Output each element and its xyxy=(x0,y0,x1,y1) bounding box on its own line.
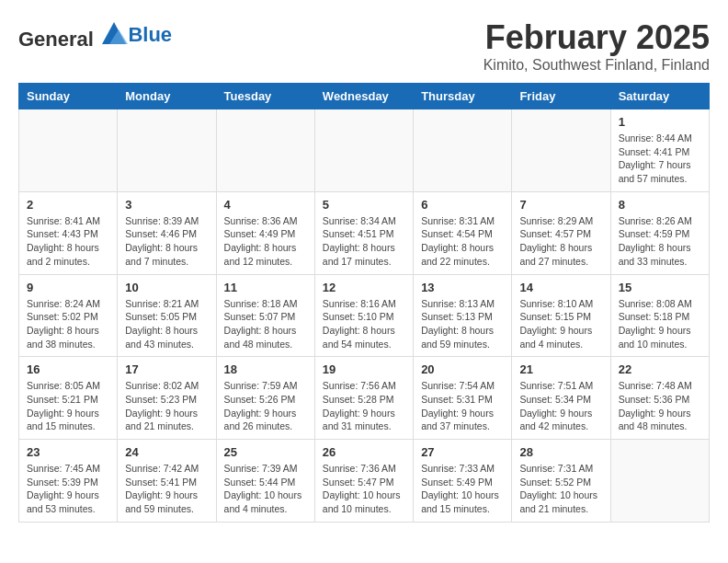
day-info: Sunrise: 7:36 AM Sunset: 5:47 PM Dayligh… xyxy=(323,462,405,516)
calendar-body: 1Sunrise: 8:44 AM Sunset: 4:41 PM Daylig… xyxy=(19,109,710,523)
calendar-cell xyxy=(610,440,709,523)
day-number: 4 xyxy=(224,198,307,212)
calendar-cell xyxy=(512,109,610,192)
day-info: Sunrise: 8:26 AM Sunset: 4:59 PM Dayligh… xyxy=(619,214,701,269)
calendar-week-row: 1Sunrise: 8:44 AM Sunset: 4:41 PM Daylig… xyxy=(19,109,710,192)
day-info: Sunrise: 7:42 AM Sunset: 5:41 PM Dayligh… xyxy=(125,462,208,516)
day-info: Sunrise: 8:02 AM Sunset: 5:23 PM Dayligh… xyxy=(125,379,208,433)
day-info: Sunrise: 8:44 AM Sunset: 4:41 PM Dayligh… xyxy=(619,132,701,186)
weekday-header: Saturday xyxy=(610,84,709,109)
calendar-cell: 9Sunrise: 8:24 AM Sunset: 5:02 PM Daylig… xyxy=(19,274,118,357)
day-number: 6 xyxy=(421,198,504,212)
day-number: 27 xyxy=(421,445,504,459)
day-number: 13 xyxy=(421,281,504,294)
day-number: 23 xyxy=(27,445,109,459)
calendar-cell: 17Sunrise: 8:02 AM Sunset: 5:23 PM Dayli… xyxy=(118,357,216,440)
header-row: SundayMondayTuesdayWednesdayThursdayFrid… xyxy=(19,84,710,109)
weekday-header: Tuesday xyxy=(216,84,314,109)
day-number: 1 xyxy=(619,115,701,129)
calendar-cell: 15Sunrise: 8:08 AM Sunset: 5:18 PM Dayli… xyxy=(610,274,709,357)
calendar-cell: 23Sunrise: 7:45 AM Sunset: 5:39 PM Dayli… xyxy=(19,440,118,523)
day-info: Sunrise: 7:45 AM Sunset: 5:39 PM Dayligh… xyxy=(27,462,109,516)
calendar-cell: 19Sunrise: 7:56 AM Sunset: 5:28 PM Dayli… xyxy=(314,357,413,440)
day-number: 17 xyxy=(125,362,208,376)
day-info: Sunrise: 8:08 AM Sunset: 5:18 PM Dayligh… xyxy=(619,297,701,351)
calendar-cell: 6Sunrise: 8:31 AM Sunset: 4:54 PM Daylig… xyxy=(414,191,512,274)
day-info: Sunrise: 7:48 AM Sunset: 5:36 PM Dayligh… xyxy=(619,379,701,433)
title-area: February 2025 Kimito, Southwest Finland,… xyxy=(483,18,710,74)
calendar-week-row: 2Sunrise: 8:41 AM Sunset: 4:43 PM Daylig… xyxy=(19,191,710,274)
day-info: Sunrise: 8:16 AM Sunset: 5:10 PM Dayligh… xyxy=(323,297,405,351)
day-info: Sunrise: 8:36 AM Sunset: 4:49 PM Dayligh… xyxy=(224,214,307,269)
calendar-cell xyxy=(314,109,413,192)
calendar-cell: 3Sunrise: 8:39 AM Sunset: 4:46 PM Daylig… xyxy=(118,191,216,274)
day-info: Sunrise: 8:18 AM Sunset: 5:07 PM Dayligh… xyxy=(224,297,307,351)
day-number: 8 xyxy=(619,198,701,212)
calendar-cell: 2Sunrise: 8:41 AM Sunset: 4:43 PM Daylig… xyxy=(19,191,118,274)
day-info: Sunrise: 7:59 AM Sunset: 5:26 PM Dayligh… xyxy=(224,379,307,433)
calendar-header: SundayMondayTuesdayWednesdayThursdayFrid… xyxy=(19,84,710,109)
calendar-cell: 13Sunrise: 8:13 AM Sunset: 5:13 PM Dayli… xyxy=(414,274,512,357)
day-number: 3 xyxy=(125,198,208,212)
calendar-cell xyxy=(19,109,118,192)
day-number: 15 xyxy=(619,281,701,294)
calendar-cell: 8Sunrise: 8:26 AM Sunset: 4:59 PM Daylig… xyxy=(610,191,709,274)
day-number: 26 xyxy=(323,445,405,459)
logo-icon xyxy=(100,18,128,46)
calendar-week-row: 9Sunrise: 8:24 AM Sunset: 5:02 PM Daylig… xyxy=(19,274,710,357)
calendar-cell: 26Sunrise: 7:36 AM Sunset: 5:47 PM Dayli… xyxy=(314,440,413,523)
day-info: Sunrise: 7:39 AM Sunset: 5:44 PM Dayligh… xyxy=(224,462,307,516)
day-info: Sunrise: 7:31 AM Sunset: 5:52 PM Dayligh… xyxy=(519,462,602,516)
weekday-header: Monday xyxy=(118,84,216,109)
day-number: 20 xyxy=(421,362,504,376)
calendar-week-row: 23Sunrise: 7:45 AM Sunset: 5:39 PM Dayli… xyxy=(19,440,710,523)
day-info: Sunrise: 8:29 AM Sunset: 4:57 PM Dayligh… xyxy=(519,214,602,269)
month-title: February 2025 xyxy=(483,18,710,57)
day-info: Sunrise: 7:54 AM Sunset: 5:31 PM Dayligh… xyxy=(421,379,504,433)
calendar-cell: 7Sunrise: 8:29 AM Sunset: 4:57 PM Daylig… xyxy=(512,191,610,274)
calendar-cell xyxy=(118,109,216,192)
calendar-table: SundayMondayTuesdayWednesdayThursdayFrid… xyxy=(18,83,710,523)
calendar-cell xyxy=(414,109,512,192)
calendar-cell: 1Sunrise: 8:44 AM Sunset: 4:41 PM Daylig… xyxy=(610,109,709,192)
calendar-cell: 10Sunrise: 8:21 AM Sunset: 5:05 PM Dayli… xyxy=(118,274,216,357)
day-number: 28 xyxy=(519,445,602,459)
calendar-cell xyxy=(216,109,314,192)
day-number: 12 xyxy=(323,281,405,294)
logo-blue: Blue xyxy=(128,23,172,46)
day-number: 5 xyxy=(323,198,405,212)
day-number: 19 xyxy=(323,362,405,376)
logo-general: General xyxy=(18,28,94,51)
calendar-cell: 22Sunrise: 7:48 AM Sunset: 5:36 PM Dayli… xyxy=(610,357,709,440)
day-info: Sunrise: 7:33 AM Sunset: 5:49 PM Dayligh… xyxy=(421,462,504,516)
calendar-cell: 21Sunrise: 7:51 AM Sunset: 5:34 PM Dayli… xyxy=(512,357,610,440)
day-number: 10 xyxy=(125,281,208,294)
day-info: Sunrise: 8:21 AM Sunset: 5:05 PM Dayligh… xyxy=(125,297,208,351)
day-number: 25 xyxy=(224,445,307,459)
day-number: 21 xyxy=(519,362,602,376)
day-info: Sunrise: 8:31 AM Sunset: 4:54 PM Dayligh… xyxy=(421,214,504,269)
day-number: 7 xyxy=(519,198,602,212)
day-number: 16 xyxy=(27,362,109,376)
calendar-cell: 4Sunrise: 8:36 AM Sunset: 4:49 PM Daylig… xyxy=(216,191,314,274)
location-title: Kimito, Southwest Finland, Finland xyxy=(483,57,710,74)
day-info: Sunrise: 7:56 AM Sunset: 5:28 PM Dayligh… xyxy=(323,379,405,433)
day-number: 22 xyxy=(619,362,701,376)
weekday-header: Sunday xyxy=(19,84,118,109)
weekday-header: Thursday xyxy=(414,84,512,109)
day-number: 14 xyxy=(519,281,602,294)
day-info: Sunrise: 8:13 AM Sunset: 5:13 PM Dayligh… xyxy=(421,297,504,351)
day-info: Sunrise: 8:10 AM Sunset: 5:15 PM Dayligh… xyxy=(519,297,602,351)
day-number: 9 xyxy=(27,281,109,294)
calendar-cell: 28Sunrise: 7:31 AM Sunset: 5:52 PM Dayli… xyxy=(512,440,610,523)
day-number: 24 xyxy=(125,445,208,459)
calendar-cell: 20Sunrise: 7:54 AM Sunset: 5:31 PM Dayli… xyxy=(414,357,512,440)
calendar-cell: 25Sunrise: 7:39 AM Sunset: 5:44 PM Dayli… xyxy=(216,440,314,523)
weekday-header: Friday xyxy=(512,84,610,109)
day-info: Sunrise: 8:05 AM Sunset: 5:21 PM Dayligh… xyxy=(27,379,109,433)
calendar-cell: 24Sunrise: 7:42 AM Sunset: 5:41 PM Dayli… xyxy=(118,440,216,523)
calendar-cell: 16Sunrise: 8:05 AM Sunset: 5:21 PM Dayli… xyxy=(19,357,118,440)
logo: General Blue xyxy=(18,18,172,52)
day-number: 18 xyxy=(224,362,307,376)
day-info: Sunrise: 8:34 AM Sunset: 4:51 PM Dayligh… xyxy=(323,214,405,269)
